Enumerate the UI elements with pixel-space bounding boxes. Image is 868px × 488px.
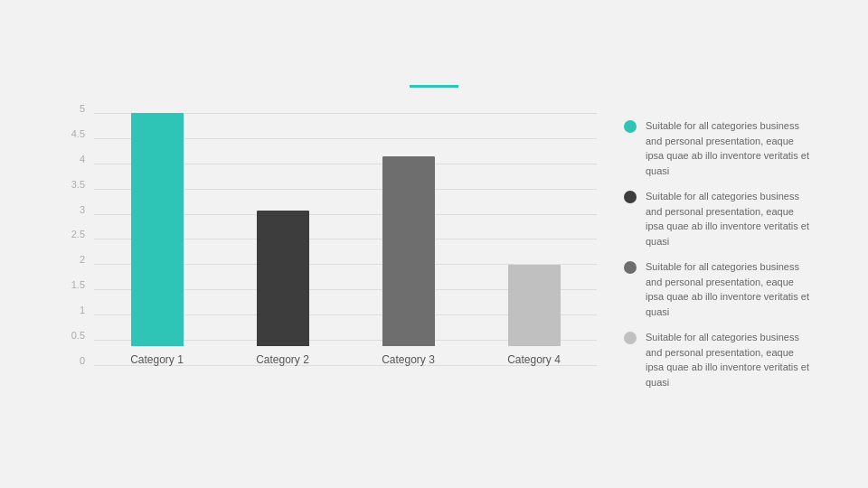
y-axis-label: 1 — [80, 305, 85, 315]
bar-label: Category 1 — [130, 353, 184, 366]
bar — [257, 211, 309, 346]
bar-column: Category 1 — [94, 113, 220, 366]
content-area: 54.543.532.521.510.50 Category 1Category… — [0, 95, 868, 488]
y-axis-label: 0.5 — [71, 331, 85, 341]
bar — [382, 156, 435, 346]
bar-label: Category 3 — [382, 353, 435, 366]
slide: 54.543.532.521.510.50 Category 1Category… — [0, 0, 868, 488]
y-axis-label: 4 — [80, 155, 85, 164]
slide-header — [410, 0, 458, 88]
y-axis-label: 4.5 — [71, 129, 85, 139]
chart-area: 54.543.532.521.510.50 Category 1Category… — [54, 104, 597, 395]
legend-dot — [624, 191, 637, 203]
legend-item: Suitable for all categories business and… — [624, 259, 814, 319]
legend-text: Suitable for all categories business and… — [646, 330, 814, 389]
bars-row: Category 1Category 2Category 3Category 4 — [94, 113, 597, 366]
legend-item: Suitable for all categories business and… — [624, 330, 814, 389]
legend: Suitable for all categories business and… — [597, 104, 814, 389]
y-axis-label: 3.5 — [71, 180, 85, 190]
y-axis-label: 5 — [80, 104, 85, 114]
bar — [131, 113, 184, 346]
legend-dot — [624, 120, 637, 133]
legend-text: Suitable for all categories business and… — [646, 189, 814, 249]
y-axis-label: 2.5 — [71, 230, 85, 239]
y-axis-label: 1.5 — [71, 280, 85, 290]
title-underline — [410, 85, 458, 88]
y-axis-label: 3 — [80, 205, 85, 215]
bar-label: Category 2 — [256, 353, 309, 366]
bar-label: Category 4 — [507, 353, 561, 366]
y-axis-label: 2 — [80, 255, 85, 265]
legend-item: Suitable for all categories business and… — [624, 189, 814, 249]
y-axis: 54.543.532.521.510.50 — [54, 104, 90, 366]
legend-dot — [624, 332, 637, 344]
bar-column: Category 3 — [345, 156, 471, 366]
y-axis-label: 0 — [80, 356, 85, 366]
slide-title — [410, 33, 458, 76]
bar-column: Category 4 — [471, 265, 597, 366]
legend-dot — [624, 261, 637, 274]
bar-column: Category 2 — [220, 211, 345, 366]
legend-item: Suitable for all categories business and… — [624, 118, 814, 178]
legend-text: Suitable for all categories business and… — [646, 118, 814, 178]
chart-inner: Category 1Category 2Category 3Category 4 — [94, 113, 597, 366]
legend-text: Suitable for all categories business and… — [646, 259, 814, 319]
bar — [508, 265, 561, 346]
